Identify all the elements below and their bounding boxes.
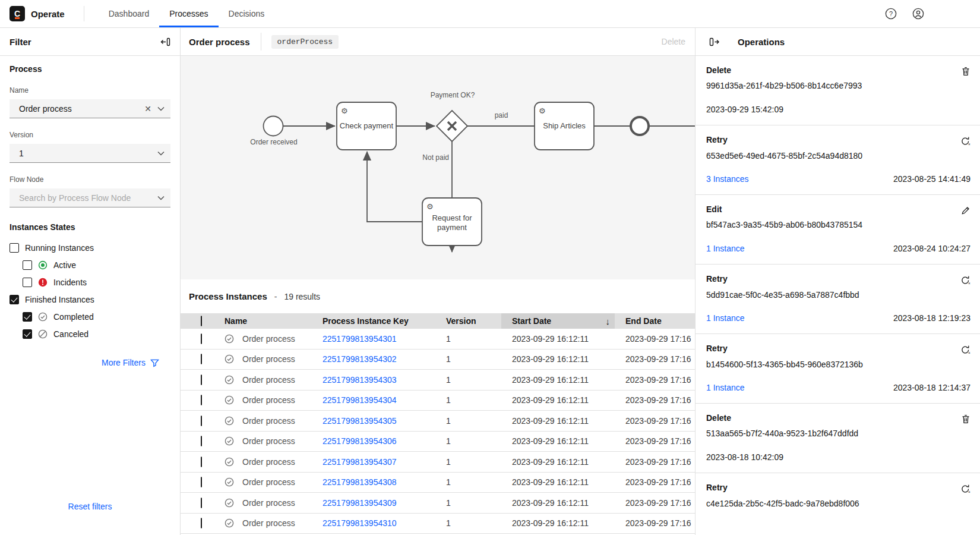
instance-key-link[interactable]: 2251799813954310 (323, 518, 397, 528)
flow-node-combobox[interactable]: Search by Process Flow Node (10, 188, 170, 207)
row-process-name: Order process (242, 518, 295, 528)
more-filters-button[interactable]: More Filters (102, 358, 170, 367)
row-checkbox[interactable] (201, 333, 202, 344)
incident-state-icon (38, 278, 48, 287)
row-checkbox[interactable] (201, 477, 202, 487)
row-end-date: 2023-09-29 17:16 (615, 375, 695, 385)
completed-state-icon (225, 395, 234, 405)
row-checkbox[interactable] (201, 457, 202, 467)
operation-id: 5dd91cae-5f0c-4e35-a698-5a7887c4fbbd (706, 290, 970, 300)
operation-entry: Retry × 653ed5e6-49ed-4675-85bf-2c54a94d… (696, 125, 980, 195)
row-start-date: 2023-09-29 16:12:11 (501, 518, 615, 528)
filter-funnel-icon (150, 358, 159, 367)
svg-text:×: × (968, 351, 970, 355)
process-section-heading: Process (10, 64, 170, 74)
row-start-date: 2023-09-29 16:12:11 (501, 395, 615, 405)
tab-processes[interactable]: Processes (159, 0, 218, 27)
state-filter-row: Incidents (10, 273, 170, 291)
operation-instances-link[interactable]: 1 Instance (706, 313, 745, 323)
operation-id: 653ed5e6-49ed-4675-85bf-2c54a94d8180 (706, 151, 970, 160)
row-checkbox[interactable] (201, 395, 202, 405)
version-dropdown[interactable]: 1 (10, 144, 170, 163)
row-end-date: 2023-09-29 17:16 (615, 518, 695, 528)
state-label: Incidents (53, 278, 87, 287)
row-version: 1 (446, 354, 501, 364)
operation-instances-link[interactable]: 1 Instance (706, 244, 745, 253)
delete-icon (961, 67, 970, 76)
state-checkbox[interactable] (23, 329, 32, 339)
row-checkbox[interactable] (201, 498, 202, 508)
row-checkbox[interactable] (201, 374, 202, 385)
operation-type: Edit (706, 204, 722, 214)
instance-key-link[interactable]: 2251799813954302 (323, 354, 397, 364)
operation-instances-link[interactable]: 3 Instances (706, 174, 749, 184)
row-checkbox[interactable] (201, 436, 202, 446)
svg-text:payment: payment (437, 223, 467, 232)
col-start-date[interactable]: Start Date ↓ (501, 313, 615, 329)
row-checkbox[interactable] (201, 518, 202, 528)
completed-state-icon (225, 457, 234, 467)
instance-key-link[interactable]: 2251799813954301 (323, 334, 397, 344)
start-event[interactable] (264, 117, 283, 136)
col-key[interactable]: Process Instance Key (320, 316, 446, 326)
state-filter-row: Active (10, 256, 170, 273)
user-icon[interactable] (912, 8, 924, 20)
state-checkbox[interactable] (10, 243, 19, 253)
row-end-date: 2023-09-29 17:16 (615, 498, 695, 508)
version-label: Version (10, 131, 170, 139)
instances-table: Name Process Instance Key Version Start … (181, 313, 695, 535)
completed-state-icon (225, 477, 234, 487)
operation-instances-link[interactable]: 1 Instance (706, 383, 745, 392)
help-icon[interactable]: ? (885, 8, 897, 20)
process-name-combobox[interactable]: Order process ✕ (10, 99, 170, 118)
collapse-operations-icon[interactable] (709, 37, 720, 47)
operation-entry: Delete 513aa565-b7f2-440a-9523-1b2f647dd… (696, 404, 980, 473)
reset-filters-button[interactable]: Reset filters (0, 502, 180, 511)
tab-dashboard[interactable]: Dashboard (99, 0, 160, 27)
row-start-date: 2023-09-29 16:12:11 (501, 457, 615, 467)
row-version: 1 (446, 436, 501, 446)
operation-timestamp: 2023-08-25 14:41:49 (893, 174, 970, 184)
retry-icon: × (960, 345, 970, 355)
svg-text:×: × (968, 281, 970, 285)
completed-state-icon (225, 416, 234, 426)
col-name[interactable]: Name (216, 316, 320, 326)
row-version: 1 (446, 518, 501, 528)
instance-key-link[interactable]: 2251799813954307 (323, 457, 397, 467)
instance-key-link[interactable]: 2251799813954304 (323, 395, 397, 405)
collapse-filters-icon[interactable] (160, 37, 170, 47)
instance-key-link[interactable]: 2251799813954303 (323, 375, 397, 385)
delete-process-button[interactable]: Delete (662, 37, 685, 46)
select-all-checkbox[interactable] (201, 316, 202, 326)
col-end-date[interactable]: End Date (615, 316, 695, 326)
instance-key-link[interactable]: 2251799813954306 (323, 436, 397, 446)
state-checkbox[interactable] (23, 260, 32, 270)
end-event[interactable] (631, 117, 649, 135)
operation-type: Delete (706, 65, 731, 75)
active-state-icon (38, 260, 48, 270)
instance-key-link[interactable]: 2251799813954305 (323, 416, 397, 426)
filters-title: Filter (10, 37, 31, 47)
table-row: Order process 2251799813954304 1 2023-09… (181, 391, 695, 411)
row-checkbox[interactable] (201, 416, 202, 426)
row-end-date: 2023-09-29 17:16 (615, 477, 695, 487)
operation-type: Retry (706, 135, 728, 144)
instance-key-link[interactable]: 2251799813954308 (323, 477, 397, 487)
state-checkbox[interactable] (23, 278, 32, 287)
state-checkbox[interactable] (23, 312, 32, 322)
instance-key-link[interactable]: 2251799813954309 (323, 498, 397, 508)
col-version[interactable]: Version (446, 316, 501, 326)
state-checkbox[interactable] (10, 295, 19, 304)
state-label: Finished Instances (25, 295, 94, 304)
clear-selection-icon[interactable]: ✕ (138, 104, 157, 114)
row-checkbox[interactable] (201, 354, 202, 364)
tab-decisions[interactable]: Decisions (219, 0, 275, 27)
row-end-date: 2023-09-29 17:16 (615, 395, 695, 405)
start-event-label: Order received (250, 138, 297, 146)
bpmn-diagram[interactable]: Order received ⚙ Check payment Payment O… (181, 56, 695, 279)
completed-state-icon (225, 375, 234, 385)
operation-type: Retry (706, 344, 728, 353)
sort-descending-icon: ↓ (606, 316, 611, 326)
row-version: 1 (446, 395, 501, 405)
nav-tabs: Dashboard Processes Decisions (99, 0, 275, 27)
